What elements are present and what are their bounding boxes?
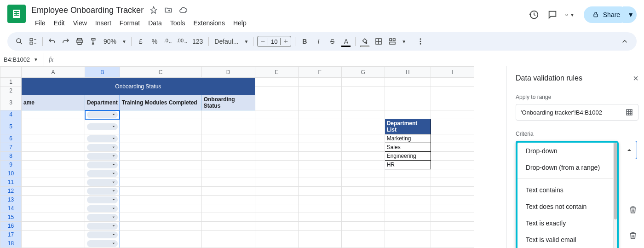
cell-E16[interactable] bbox=[255, 222, 298, 231]
cell-A7[interactable] bbox=[22, 143, 85, 152]
criteria-option[interactable]: Drop-down (from a range) bbox=[518, 159, 617, 176]
cell-E5[interactable] bbox=[255, 119, 298, 134]
font-size-value[interactable]: 10 bbox=[268, 38, 281, 45]
row-head-13[interactable]: 13 bbox=[0, 196, 22, 204]
meet-icon[interactable]: ▼ bbox=[565, 9, 576, 20]
cell-I16[interactable] bbox=[431, 222, 474, 231]
name-box[interactable]: B4:B1002 ▼ bbox=[0, 53, 44, 66]
cell-A12[interactable] bbox=[22, 187, 85, 196]
cell-B17[interactable] bbox=[85, 231, 120, 239]
increase-decimal-icon[interactable]: .00→ bbox=[176, 35, 189, 48]
cell-B13[interactable] bbox=[85, 196, 120, 204]
cell-B9[interactable] bbox=[85, 161, 120, 169]
cell[interactable] bbox=[431, 87, 474, 95]
font-select[interactable]: Defaul... bbox=[212, 35, 241, 48]
increase-font-icon[interactable]: + bbox=[281, 37, 291, 46]
close-icon[interactable]: × bbox=[633, 74, 638, 83]
header-department[interactable]: Department bbox=[85, 95, 120, 110]
currency-icon[interactable]: £ bbox=[134, 35, 147, 48]
criteria-option[interactable]: Text contains bbox=[518, 182, 617, 198]
print-icon[interactable] bbox=[73, 35, 86, 48]
cell-H15[interactable] bbox=[385, 213, 431, 222]
fill-color-icon[interactable] bbox=[358, 35, 371, 48]
cell-B8[interactable] bbox=[85, 152, 120, 161]
cell-G14[interactable] bbox=[341, 204, 385, 213]
dropdown-chip[interactable] bbox=[87, 188, 118, 195]
strikethrough-icon[interactable]: S bbox=[326, 35, 339, 48]
menu-data[interactable]: Data bbox=[144, 17, 166, 29]
cell-C10[interactable] bbox=[120, 169, 201, 178]
cell-A11[interactable] bbox=[22, 178, 85, 187]
col-head-B[interactable]: B bbox=[85, 67, 120, 78]
cell-B18[interactable] bbox=[85, 239, 120, 248]
cell-E18[interactable] bbox=[255, 239, 298, 248]
more-icon[interactable] bbox=[414, 35, 427, 48]
cell-D17[interactable] bbox=[201, 231, 255, 239]
history-icon[interactable] bbox=[529, 9, 540, 20]
grid-select-icon[interactable] bbox=[625, 108, 633, 116]
cell-E11[interactable] bbox=[255, 178, 298, 187]
search-icon[interactable] bbox=[13, 35, 26, 48]
cell-A13[interactable] bbox=[22, 196, 85, 204]
cell-C11[interactable] bbox=[120, 178, 201, 187]
cell-E7[interactable] bbox=[255, 143, 298, 152]
cell[interactable] bbox=[385, 78, 431, 87]
cell-I8[interactable] bbox=[431, 152, 474, 161]
cell-C4[interactable] bbox=[120, 110, 201, 119]
cell-G9[interactable] bbox=[341, 161, 385, 169]
dropdown-chip[interactable] bbox=[87, 214, 118, 221]
row-head-4[interactable]: 4 bbox=[0, 110, 22, 119]
cell[interactable] bbox=[298, 78, 341, 87]
cell-F9[interactable] bbox=[298, 161, 341, 169]
row-head-11[interactable]: 11 bbox=[0, 178, 22, 187]
dropdown-chip[interactable] bbox=[87, 205, 118, 212]
cell-G17[interactable] bbox=[341, 231, 385, 239]
cell-E6[interactable] bbox=[255, 134, 298, 143]
dropdown-chip[interactable] bbox=[87, 223, 118, 230]
cell-C16[interactable] bbox=[120, 222, 201, 231]
cell-A6[interactable] bbox=[22, 134, 85, 143]
cell-I4[interactable] bbox=[431, 110, 474, 119]
share-button[interactable]: Share bbox=[584, 6, 628, 23]
cell-C9[interactable] bbox=[120, 161, 201, 169]
cell-C14[interactable] bbox=[120, 204, 201, 213]
percent-icon[interactable]: % bbox=[148, 35, 161, 48]
cell-E9[interactable] bbox=[255, 161, 298, 169]
cell-H10[interactable] bbox=[385, 169, 431, 178]
cell[interactable] bbox=[298, 87, 341, 95]
menu-extensions[interactable]: Extensions bbox=[190, 17, 228, 29]
cell-A18[interactable] bbox=[22, 239, 85, 248]
cell-E14[interactable] bbox=[255, 204, 298, 213]
row-head-6[interactable]: 6 bbox=[0, 134, 22, 143]
cell[interactable] bbox=[255, 95, 298, 110]
cell-B7[interactable] bbox=[85, 143, 120, 152]
cell[interactable] bbox=[255, 78, 298, 87]
row-head-7[interactable]: 7 bbox=[0, 143, 22, 152]
cell-I17[interactable] bbox=[431, 231, 474, 239]
cell-G5[interactable] bbox=[341, 119, 385, 134]
dropdown-chip[interactable] bbox=[87, 196, 118, 203]
cell-D10[interactable] bbox=[201, 169, 255, 178]
cell-B14[interactable] bbox=[85, 204, 120, 213]
dropdown-chip[interactable] bbox=[87, 179, 118, 186]
star-icon[interactable] bbox=[149, 6, 158, 15]
cell-G4[interactable] bbox=[341, 110, 385, 119]
cell-E15[interactable] bbox=[255, 213, 298, 222]
doc-title[interactable]: Employee Onboarding Tracker bbox=[31, 6, 144, 15]
cell-D15[interactable] bbox=[201, 213, 255, 222]
banner-title[interactable]: Onboarding Status bbox=[22, 78, 255, 95]
row-head-16[interactable]: 16 bbox=[0, 222, 22, 231]
chevron-down-icon[interactable]: ▼ bbox=[242, 39, 250, 44]
cell-D7[interactable] bbox=[201, 143, 255, 152]
cell-I5[interactable] bbox=[431, 119, 474, 134]
cell-C5[interactable] bbox=[120, 119, 201, 134]
dropdown-chip[interactable] bbox=[87, 153, 118, 160]
cell-F16[interactable] bbox=[298, 222, 341, 231]
header-status[interactable]: Onboarding Status bbox=[201, 95, 255, 110]
delete-icon[interactable] bbox=[628, 205, 638, 216]
row-head-5[interactable]: 5 bbox=[0, 119, 22, 134]
cell-G12[interactable] bbox=[341, 187, 385, 196]
cell-D5[interactable] bbox=[201, 119, 255, 134]
cell-H9[interactable]: HR bbox=[385, 161, 431, 169]
cell-B10[interactable] bbox=[85, 169, 120, 178]
